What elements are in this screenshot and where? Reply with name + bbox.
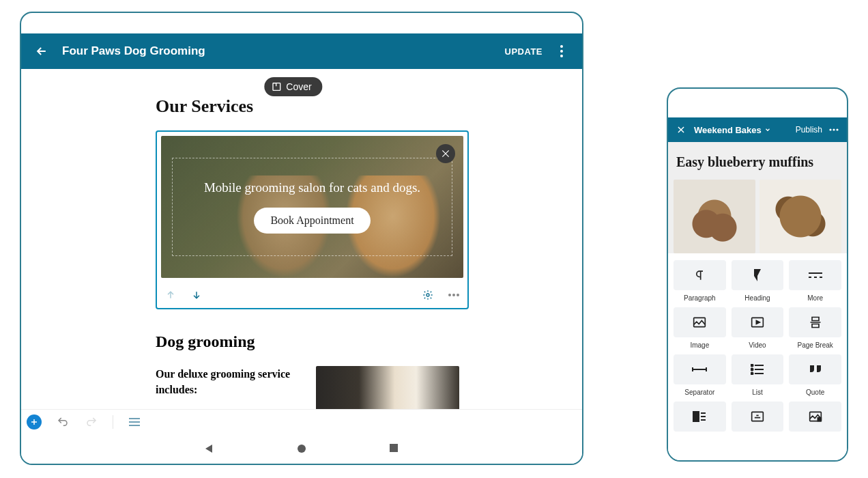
block-extra-2[interactable] xyxy=(732,402,784,432)
block-video[interactable]: Video xyxy=(732,307,784,349)
svg-point-11 xyxy=(833,128,835,130)
svg-point-12 xyxy=(836,128,838,130)
block-label: Video xyxy=(749,341,766,349)
cover-headline[interactable]: Mobile grooming salon for cats and dogs. xyxy=(204,180,420,195)
phone-editor-device: Weekend Bakes Publish Easy blueberry muf… xyxy=(667,87,848,462)
block-extra-3[interactable] xyxy=(789,402,841,432)
cover-settings-icon[interactable] xyxy=(436,144,455,163)
svg-rect-21 xyxy=(818,418,821,421)
svg-point-6 xyxy=(452,294,455,296)
block-paragraph[interactable]: Paragraph xyxy=(674,260,726,302)
phone-post-content: Easy blueberry muffins xyxy=(668,142,847,253)
undo-icon[interactable] xyxy=(55,414,70,430)
svg-point-17 xyxy=(751,373,753,375)
svg-point-1 xyxy=(560,50,563,53)
block-label: Heading xyxy=(744,294,770,302)
svg-point-4 xyxy=(426,294,429,296)
tablet-editor-device: Four Paws Dog Grooming UPDATE Cover Our … xyxy=(20,12,583,465)
services-heading[interactable]: Our Services xyxy=(156,96,582,117)
block-label: List xyxy=(752,389,763,396)
more-icon[interactable] xyxy=(553,43,570,59)
cover-block[interactable]: Mobile grooming salon for cats and dogs.… xyxy=(161,136,463,278)
phone-editor-header: Weekend Bakes Publish xyxy=(668,117,847,142)
block-settings-icon[interactable] xyxy=(421,288,435,302)
block-more-icon[interactable] xyxy=(447,288,461,302)
svg-rect-19 xyxy=(752,412,764,421)
phone-screen: Weekend Bakes Publish Easy blueberry muf… xyxy=(668,89,847,460)
book-appointment-button[interactable]: Book Appointment xyxy=(254,208,370,234)
svg-point-8 xyxy=(298,445,306,453)
block-image[interactable]: Image xyxy=(674,307,726,349)
deluxe-text-column[interactable]: Our deluxe grooming service includes: Na… xyxy=(156,366,295,409)
android-nav-bar xyxy=(21,434,582,464)
cover-block-selected[interactable]: Mobile grooming salon for cats and dogs.… xyxy=(156,130,469,309)
gallery-image-1[interactable] xyxy=(674,180,755,253)
svg-point-15 xyxy=(751,365,753,367)
block-type-badge[interactable]: Cover xyxy=(264,77,322,96)
nav-recent-icon[interactable] xyxy=(389,443,400,454)
editor-bottom-bar xyxy=(21,409,582,434)
block-type-label: Cover xyxy=(286,81,311,92)
block-label: Separator xyxy=(684,389,714,396)
svg-rect-9 xyxy=(390,444,398,452)
nav-home-icon[interactable] xyxy=(296,443,307,454)
phone-site-title-label: Weekend Bakes xyxy=(694,125,762,135)
block-label: Paragraph xyxy=(684,294,716,302)
side-photo[interactable] xyxy=(316,366,459,409)
cover-inner-dashed: Mobile grooming salon for cats and dogs.… xyxy=(172,158,452,256)
block-media-text[interactable] xyxy=(674,402,726,432)
block-heading[interactable]: Heading xyxy=(732,260,784,302)
block-label: Quote xyxy=(806,389,824,396)
svg-point-0 xyxy=(560,45,563,48)
redo-icon[interactable] xyxy=(84,414,99,430)
update-button[interactable]: UPDATE xyxy=(505,46,542,57)
block-quote[interactable]: Quote xyxy=(789,354,841,396)
block-more[interactable]: More xyxy=(789,260,841,302)
svg-point-16 xyxy=(751,369,753,371)
two-column-row: Our deluxe grooming service includes: Na… xyxy=(156,366,459,409)
tablet-screen: Four Paws Dog Grooming UPDATE Cover Our … xyxy=(21,13,582,464)
svg-point-2 xyxy=(560,55,563,57)
align-icon[interactable] xyxy=(127,414,142,430)
block-list[interactable]: List xyxy=(732,354,784,396)
block-toolbar xyxy=(157,282,467,308)
gallery-image-2[interactable] xyxy=(760,180,841,253)
chevron-down-icon xyxy=(764,126,771,133)
svg-rect-18 xyxy=(693,412,699,421)
nav-back-icon[interactable] xyxy=(203,443,214,454)
gallery-block[interactable] xyxy=(674,180,841,253)
svg-point-7 xyxy=(457,294,459,296)
canvas-content: Our Services Mobile grooming salon for c… xyxy=(21,69,582,409)
move-down-icon[interactable] xyxy=(190,288,203,302)
block-picker-grid: Paragraph Heading More Image Video xyxy=(674,260,841,396)
dog-grooming-heading[interactable]: Dog grooming xyxy=(156,333,582,351)
phone-more-icon[interactable] xyxy=(828,124,840,136)
block-page-break[interactable]: Page Break xyxy=(789,307,841,349)
block-label: More xyxy=(807,294,823,302)
deluxe-intro: Our deluxe grooming service includes: xyxy=(156,366,295,397)
svg-point-10 xyxy=(829,128,831,130)
block-label: Page Break xyxy=(798,341,833,349)
editor-canvas: Cover Our Services Mobile grooming salon… xyxy=(21,69,582,409)
move-up-icon[interactable] xyxy=(164,288,177,302)
back-icon[interactable] xyxy=(33,43,50,59)
post-title[interactable]: Easy blueberry muffins xyxy=(674,150,841,180)
block-picker-sheet: Paragraph Heading More Image Video xyxy=(668,253,847,460)
editor-header: Four Paws Dog Grooming UPDATE xyxy=(21,33,582,69)
phone-site-title[interactable]: Weekend Bakes xyxy=(694,125,771,135)
add-block-button[interactable] xyxy=(27,414,42,430)
block-separator[interactable]: Separator xyxy=(674,354,726,396)
close-icon[interactable] xyxy=(675,124,687,136)
svg-point-5 xyxy=(448,294,451,296)
block-picker-grid-row4 xyxy=(674,402,841,432)
publish-button[interactable]: Publish xyxy=(796,125,822,135)
block-label: Image xyxy=(690,341,709,349)
editor-title: Four Paws Dog Grooming xyxy=(62,44,505,58)
